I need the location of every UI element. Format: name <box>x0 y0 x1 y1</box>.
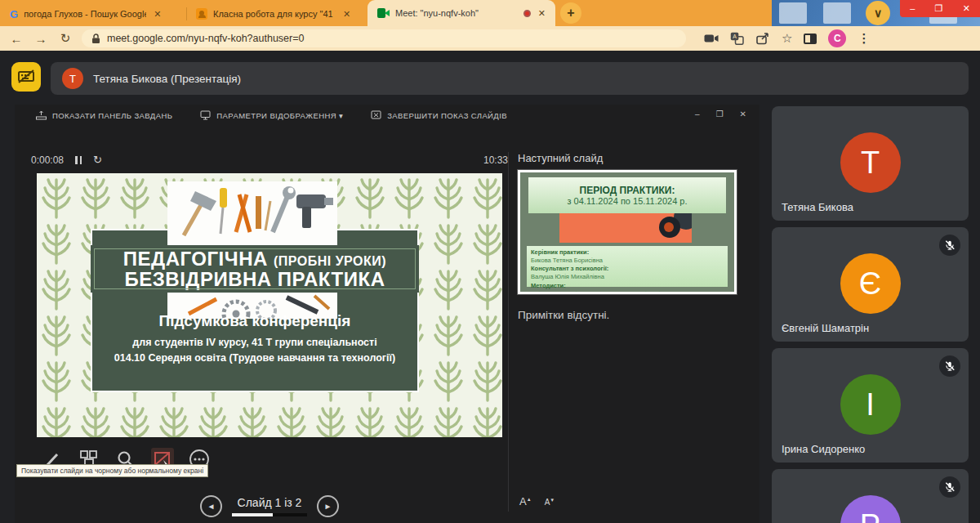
tab-meet-active[interactable]: Meet: "nyu-nqfv-koh" ✕ <box>368 0 555 26</box>
participant-tile[interactable]: Є Євгеній Шаматрін <box>772 227 969 342</box>
window-close-button[interactable]: ✕ <box>963 4 970 13</box>
current-time: 10:33 <box>483 154 508 166</box>
restart-timer-button[interactable]: ↻ <box>93 154 102 166</box>
presenter-restore-button[interactable]: ❐ <box>716 110 724 118</box>
back-button[interactable]: ← <box>8 32 24 46</box>
participant-name: Ірина Сидоренко <box>782 443 865 455</box>
chevron-down-icon: ∨ <box>874 7 882 20</box>
notes-text: Примітки відсутні. <box>518 309 609 321</box>
window-minimize-button[interactable]: – <box>910 4 915 13</box>
timer-row: 0:00:08 ↻ 10:33 <box>31 154 508 166</box>
browser-profile-avatar[interactable]: C <box>828 29 846 47</box>
mic-muted-icon <box>939 476 960 498</box>
display-settings-label: ПАРАМЕТРИ ВІДОБРАЖЕННЯ ▾ <box>216 111 343 120</box>
role-label: Керівник практики: <box>531 248 724 257</box>
end-slideshow-button[interactable]: ЗАВЕРШИТИ ПОКАЗ СЛАЙДІВ <box>371 110 507 120</box>
browser-menu-icon[interactable]: ⋮ <box>858 31 870 46</box>
tab-title: Класна робота для курсу "41 Т" <box>213 9 336 19</box>
window-maximize-button[interactable]: ❐ <box>935 4 943 13</box>
new-tab-button[interactable]: + <box>560 2 581 24</box>
current-slide[interactable]: ПЕДАГОГІЧНА (ПРОБНІ УРОКИ) БЕЗВІДРИВНА П… <box>37 173 502 437</box>
next-slide-photo <box>559 213 692 243</box>
mic-muted-icon <box>939 355 960 377</box>
tab-classroom[interactable]: Класна робота для курсу "41 Т" ✕ <box>186 2 368 26</box>
role-value: Валуша Юлія Михайлівна <box>531 273 724 281</box>
next-slide-roles: Керівник практики: Бикова Тетяна Борисів… <box>527 246 728 287</box>
display-settings-button[interactable]: ПАРАМЕТРИ ВІДОБРАЖЕННЯ ▾ <box>200 110 343 120</box>
address-bar[interactable]: meet.google.com/nyu-nqfv-koh?authuser=0 <box>82 29 686 47</box>
recording-indicator-icon <box>523 10 531 17</box>
slide-counter: Слайд 1 із 2 <box>232 496 307 516</box>
slide-navigation: ◄ Слайд 1 із 2 ► <box>200 495 339 517</box>
side-panel-icon[interactable] <box>804 34 817 44</box>
url-text: meet.google.com/nyu-nqfv-koh?authuser=0 <box>107 33 304 44</box>
google-icon: G <box>10 8 18 20</box>
show-taskbar-label: ПОКАЗАТИ ПАНЕЛЬ ЗАВДАНЬ <box>52 111 172 120</box>
pane-divider <box>508 152 509 512</box>
participant-name: Тетяна Бикова <box>782 201 853 213</box>
presentation-off-badge[interactable] <box>11 62 41 92</box>
tools-image <box>167 181 337 245</box>
svg-text:A: A <box>733 34 737 39</box>
next-slide-header: ПЕРІОД ПРАКТИКИ: з 04.11.2024 по 15.11.2… <box>528 177 726 213</box>
presenter-close-button[interactable]: ✕ <box>740 110 746 118</box>
end-show-icon <box>371 110 381 120</box>
increase-font-button[interactable]: A▲ <box>519 495 532 507</box>
show-taskbar-button[interactable]: ПОКАЗАТИ ПАНЕЛЬ ЗАВДАНЬ <box>36 110 172 120</box>
meet-content-area: Т Тетяна Бикова (Презентація) ПОКАЗАТИ П… <box>0 51 980 523</box>
previous-slide-button[interactable]: ◄ <box>200 495 222 517</box>
avatar: Т <box>840 132 901 193</box>
presenter-window-controls: – ❐ ✕ <box>695 110 746 118</box>
next-slide-heading: Наступний слайд <box>518 152 603 164</box>
presenter-menu: ПОКАЗАТИ ПАНЕЛЬ ЗАВДАНЬ ПАРАМЕТРИ ВІДОБР… <box>36 110 507 120</box>
decrease-font-button[interactable]: A▼ <box>545 498 555 507</box>
mic-muted-icon <box>939 235 960 256</box>
elapsed-timer: 0:00:08 <box>31 154 64 166</box>
participant-tile[interactable]: Р <box>772 469 969 523</box>
avatar: Є <box>840 253 901 314</box>
camera-icon[interactable] <box>704 33 719 44</box>
notes-font-buttons: A▲ A▼ <box>519 495 555 507</box>
tab-close-icon[interactable]: ✕ <box>152 9 163 20</box>
slide-progress-bar <box>232 513 307 516</box>
slide-title-line1: ПЕДАГОГІЧНА (ПРОБНІ УРОКИ) <box>123 248 386 269</box>
tab-strip: G погода Глухов - Пошук Google ✕ Класна … <box>0 0 772 26</box>
lock-icon <box>91 34 100 44</box>
tab-title: Meet: "nyu-nqfv-koh" <box>395 8 479 18</box>
role-label: Методисти: <box>531 282 724 290</box>
taskbar-icon <box>36 110 47 120</box>
participant-name: Євгеній Шаматрін <box>782 322 869 334</box>
pause-timer-button[interactable] <box>75 156 82 164</box>
translate-icon[interactable]: A <box>730 32 744 45</box>
role-label: Консультант з психології: <box>531 265 724 273</box>
meet-icon <box>377 8 390 18</box>
next-slide-button[interactable]: ► <box>317 495 339 517</box>
reload-button[interactable]: ↻ <box>57 31 74 46</box>
tab-google-search[interactable]: G погода Глухов - Пошук Google ✕ <box>0 2 186 26</box>
presenter-avatar: Т <box>62 68 83 89</box>
participant-tile[interactable]: І Ірина Сидоренко <box>772 348 969 463</box>
toolbar-action-icons: A ☆ C ⋮ <box>704 29 870 47</box>
participant-tile[interactable]: Т Тетяна Бикова <box>772 106 969 221</box>
os-window-controls: – ❐ ✕ <box>900 0 980 17</box>
tab-separator <box>186 7 187 20</box>
forward-button[interactable]: → <box>33 32 49 46</box>
tooltip: Показувати слайди на чорному або нормаль… <box>16 464 208 477</box>
slide-detail-line1: для студентів IV курсу, 41 Т групи спеці… <box>91 335 419 351</box>
role-value: Світлана Василівна Дегтярьова, Неля Вікт… <box>531 290 724 292</box>
powerpoint-presenter-window: ПОКАЗАТИ ПАНЕЛЬ ЗАВДАНЬ ПАРАМЕТРИ ВІДОБР… <box>15 105 760 523</box>
tab-close-icon[interactable]: ✕ <box>537 8 547 19</box>
bookmark-star-icon[interactable]: ☆ <box>782 31 792 46</box>
next-slide-preview[interactable]: ПЕРІОД ПРАКТИКИ: з 04.11.2024 по 15.11.2… <box>518 170 737 294</box>
share-icon[interactable] <box>755 32 770 45</box>
presenter-minimize-button[interactable]: – <box>695 110 700 118</box>
slide-detail-line2: 014.10 Середня освіта (Трудове навчання … <box>91 351 419 366</box>
avatar: Р <box>840 495 901 523</box>
slide-title-line2: БЕЗВІДРИВНА ПРАКТИКА <box>125 269 385 289</box>
classroom-icon <box>196 8 207 20</box>
browser-dropdown-button[interactable]: ∨ <box>866 1 890 25</box>
slide-subtitle-block: Підсумкова конференція для студентів IV … <box>91 312 419 366</box>
next-slide-thumbnail: ПЕРІОД ПРАКТИКИ: з 04.11.2024 по 15.11.2… <box>520 172 734 292</box>
end-slideshow-label: ЗАВЕРШИТИ ПОКАЗ СЛАЙДІВ <box>387 111 507 120</box>
tab-close-icon[interactable]: ✕ <box>341 9 352 20</box>
